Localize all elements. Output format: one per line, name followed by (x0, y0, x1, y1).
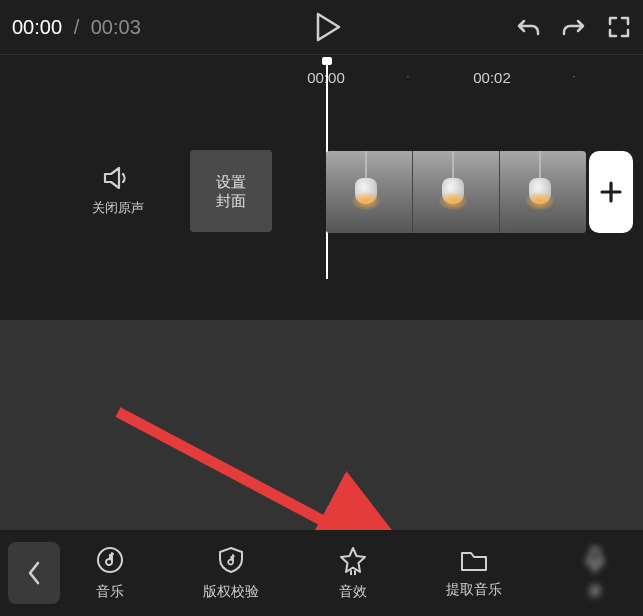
ruler-tick-1: 00:02 (473, 69, 511, 86)
timeline-area[interactable]: 00:00 · 00:02 · 关闭原声 设置 封面 (0, 54, 643, 334)
tool-label: 音乐 (96, 583, 124, 601)
undo-icon (515, 16, 541, 38)
tool-voiceover[interactable]: 录 (559, 545, 631, 601)
music-icon (95, 545, 125, 575)
video-clip-track[interactable] (326, 151, 586, 233)
mute-original-button[interactable]: 关闭原声 (82, 165, 154, 217)
fullscreen-icon (607, 15, 631, 39)
plus-icon (598, 179, 624, 205)
folder-icon (459, 547, 489, 573)
player-top-bar: 00:00 / 00:03 (0, 0, 643, 54)
tool-copyright-check[interactable]: 版权校验 (195, 545, 267, 601)
time-display: 00:00 / 00:03 (12, 16, 141, 39)
undo-button[interactable] (515, 16, 541, 38)
chevron-left-icon (26, 560, 42, 586)
shield-icon (217, 545, 245, 575)
total-time: 00:03 (91, 16, 141, 38)
fullscreen-button[interactable] (607, 15, 631, 39)
svg-rect-2 (591, 548, 599, 562)
microphone-icon (582, 545, 608, 575)
star-icon (338, 545, 368, 575)
set-cover-button[interactable]: 设置 封面 (190, 150, 272, 232)
speaker-icon (103, 165, 133, 191)
clips-row: 关闭原声 设置 封面 (0, 151, 643, 231)
redo-button[interactable] (561, 16, 587, 38)
play-button[interactable] (315, 12, 341, 42)
tool-label: 版权校验 (203, 583, 259, 601)
ruler-dot: · (572, 69, 575, 83)
clip-thumbnail (499, 151, 586, 233)
bottom-toolbar: 音乐 版权校验 音效 提取音乐 录 (0, 530, 643, 616)
tool-extract-music[interactable]: 提取音乐 (438, 547, 510, 599)
tool-label: 音效 (339, 583, 367, 601)
time-ruler: 00:00 · 00:02 · (0, 69, 643, 101)
tool-sound-effects[interactable]: 音效 (317, 545, 389, 601)
add-clip-button[interactable] (589, 151, 633, 233)
current-time: 00:00 (12, 16, 62, 38)
clip-thumbnail (326, 151, 412, 233)
editor-body (0, 320, 643, 530)
play-icon (315, 12, 341, 42)
redo-icon (561, 16, 587, 38)
ruler-dot: · (406, 69, 409, 83)
mute-label: 关闭原声 (92, 199, 144, 217)
tool-label: 录 (588, 583, 602, 601)
clip-thumbnail (412, 151, 499, 233)
tool-label: 提取音乐 (446, 581, 502, 599)
tool-music[interactable]: 音乐 (74, 545, 146, 601)
back-button[interactable] (8, 542, 60, 604)
time-separator: / (74, 16, 80, 38)
